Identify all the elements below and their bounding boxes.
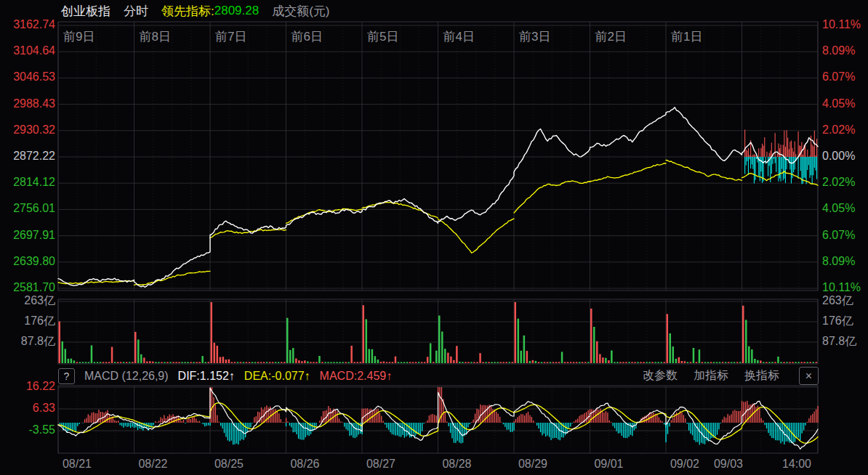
day-label: 前1日	[671, 28, 702, 45]
time-axis-label: 09/03	[698, 458, 759, 471]
volume-axis-left-tick: 176亿	[0, 314, 55, 328]
main-axis-right-tick: 8.09%	[822, 44, 855, 57]
macd-axis-tick: 6.33	[0, 402, 55, 415]
macd-dea-value: DEA:-0.077↑	[244, 370, 310, 383]
day-label: 前3日	[519, 28, 550, 45]
change-params-button[interactable]: 改参数	[643, 368, 678, 383]
time-axis-label: 08/28	[427, 458, 488, 471]
time-axis-label: 08/26	[275, 458, 336, 471]
help-button[interactable]: ?	[58, 368, 75, 384]
time-axis-label: 08/21	[47, 458, 108, 471]
day-label: 前9日	[63, 28, 95, 45]
main-axis-left-tick: 2581.70	[0, 281, 55, 294]
day-label: 前8日	[140, 28, 171, 45]
main-axis-left-tick: 2639.80	[0, 255, 55, 268]
day-label: 前2日	[595, 28, 627, 45]
main-axis-left-tick: 2930.32	[0, 123, 55, 137]
macd-actions: 改参数加指标换指标	[643, 368, 779, 383]
day-label: 前4日	[443, 28, 475, 45]
main-axis-left-tick: 2988.43	[0, 97, 55, 110]
macd-axis-tick: 16.22	[0, 380, 55, 393]
main-axis-left-tick: 2814.12	[0, 176, 55, 189]
switch-indicator-button[interactable]: 换指标	[744, 368, 779, 383]
day-label: 前6日	[292, 28, 323, 45]
macd-header: ? MACD (12,26,9) DIF:1.152↑ DEA:-0.077↑ …	[58, 366, 819, 386]
macd-axis-tick: -3.55	[0, 423, 55, 437]
main-axis-right-tick: 10.11%	[822, 18, 861, 31]
main-axis-right-tick: 4.05%	[822, 97, 855, 110]
time-axis-label: 08/29	[502, 458, 563, 471]
macd-dif-value: DIF:1.152↑	[178, 370, 235, 383]
main-axis-right-tick: 2.02%	[822, 176, 855, 189]
main-axis-right-tick: 4.05%	[822, 202, 855, 215]
main-axis-left-tick: 3162.74	[0, 18, 55, 31]
stock-chart-app: 创业板指 分时 领先指标: 2809.28 成交额(元) 3162.743104…	[0, 0, 868, 475]
time-axis-label: 14:00	[766, 458, 827, 471]
macd-macd-value: MACD:2.459↑	[320, 370, 393, 383]
add-indicator-button[interactable]: 加指标	[694, 368, 728, 383]
chart-canvas[interactable]	[0, 0, 868, 475]
day-label: 前5日	[367, 28, 398, 45]
day-label: 前7日	[215, 28, 246, 45]
volume-axis-right-tick: 87.8亿	[822, 335, 856, 348]
main-axis-right-tick: 6.07%	[822, 70, 855, 84]
main-axis-left-tick: 2756.01	[0, 202, 55, 215]
main-axis-left-tick: 3104.64	[0, 44, 55, 57]
volume-axis-right-tick: 176亿	[822, 314, 853, 328]
main-axis-left-tick: 3046.53	[0, 70, 55, 84]
time-axis-label: 09/01	[579, 458, 640, 471]
main-axis-right-tick: 8.09%	[822, 255, 855, 268]
volume-axis-left-tick: 263亿	[0, 294, 55, 307]
main-axis-right-tick: 2.02%	[822, 123, 855, 137]
main-axis-right-tick: 6.07%	[822, 229, 855, 242]
time-axis-label: 08/25	[198, 458, 260, 471]
main-axis-left-tick: 2872.22	[0, 150, 55, 163]
macd-indicator-name: MACD (12,26,9)	[84, 370, 169, 383]
time-axis-label: 08/27	[350, 458, 411, 471]
volume-axis-right-tick: 263亿	[822, 294, 853, 307]
main-axis-right-tick: 10.11%	[822, 281, 861, 294]
main-axis-left-tick: 2697.91	[0, 229, 55, 242]
close-indicator-button[interactable]: ×	[799, 367, 819, 385]
time-axis-label: 08/22	[123, 458, 184, 471]
main-axis-right-tick: 0.00%	[822, 150, 855, 163]
volume-axis-left-tick: 87.8亿	[0, 335, 55, 348]
